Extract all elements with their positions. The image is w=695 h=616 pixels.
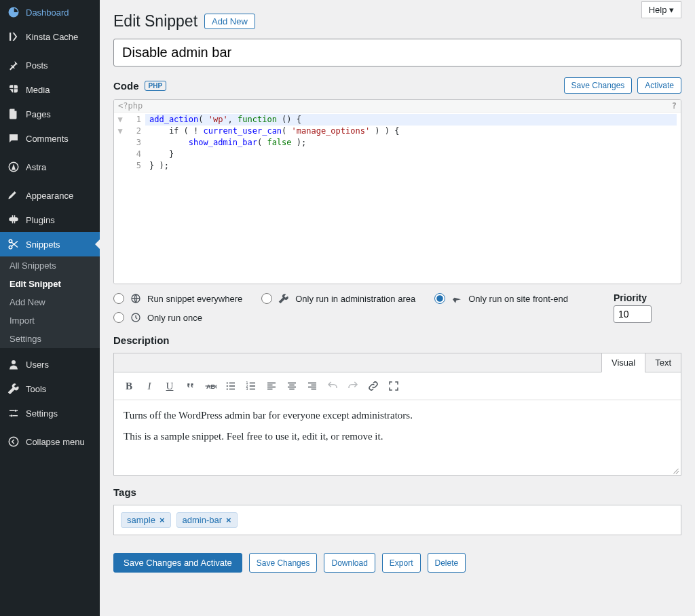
tag-remove-icon[interactable]: ×: [226, 515, 231, 525]
pin-icon: [7, 58, 20, 72]
astra-icon: [7, 160, 20, 174]
sidebar-item-collapse[interactable]: Collapse menu: [0, 429, 100, 454]
svg-text:3: 3: [246, 387, 248, 391]
numbered-list-button[interactable]: 123: [242, 377, 261, 396]
priority-label: Priority: [614, 292, 681, 303]
dashboard-icon: [7, 5, 20, 19]
sidebar-item-label: Astra: [26, 162, 46, 172]
pages-icon: [7, 107, 20, 121]
description-paragraph: Turns off the WordPress admin bar for ev…: [124, 410, 671, 421]
fullscreen-button[interactable]: [384, 377, 403, 396]
sidebar-item-admin-settings[interactable]: Settings: [0, 401, 100, 425]
tags-box[interactable]: sample × admin-bar ×: [113, 505, 681, 535]
svg-point-11: [227, 382, 228, 383]
snippet-title-input[interactable]: [113, 39, 681, 66]
admin-sidebar: Dashboard Kinsta Cache Posts Media Pages: [0, 0, 100, 616]
save-changes-button-top[interactable]: Save Changes: [564, 77, 633, 94]
scope-admin[interactable]: Only run in administration area: [261, 292, 415, 305]
globe-icon: [130, 292, 142, 305]
align-left-button[interactable]: [262, 377, 281, 396]
tag-remove-icon[interactable]: ×: [159, 515, 165, 525]
sidebar-item-label: Settings: [26, 408, 58, 419]
scissors-icon: [7, 237, 20, 251]
scope-label: Only run on site front-end: [468, 294, 568, 304]
align-center-button[interactable]: [282, 377, 301, 396]
sidebar-subitem-add-new[interactable]: Add New: [0, 293, 100, 311]
description-content[interactable]: Turns off the WordPress admin bar for ev…: [114, 400, 681, 475]
export-button[interactable]: Export: [382, 553, 421, 573]
underline-button[interactable]: U: [160, 377, 179, 396]
italic-button[interactable]: I: [140, 377, 159, 396]
download-button[interactable]: Download: [324, 553, 375, 573]
sidebar-item-label: Collapse menu: [26, 437, 85, 447]
tag-label: sample: [127, 515, 155, 525]
tag-pill[interactable]: admin-bar ×: [176, 512, 238, 528]
help-dropdown[interactable]: Help ▾: [641, 1, 681, 18]
save-activate-button[interactable]: Save Changes and Activate: [113, 553, 242, 573]
tags-heading: Tags: [113, 486, 136, 498]
align-right-button[interactable]: [303, 377, 322, 396]
sidebar-subitem-all-snippets[interactable]: All Snippets: [0, 256, 100, 275]
blockquote-button[interactable]: [181, 377, 200, 396]
scope-everywhere[interactable]: Run snippet everywhere: [113, 292, 242, 305]
undo-button[interactable]: [323, 377, 342, 396]
scope-label: Only run once: [147, 313, 202, 323]
scope-frontend[interactable]: Only run on site front-end: [434, 292, 568, 305]
sidebar-item-snippets[interactable]: Snippets: [0, 232, 100, 256]
resize-handle[interactable]: [671, 465, 679, 474]
tag-pill[interactable]: sample ×: [121, 512, 171, 528]
sidebar-item-comments[interactable]: Comments: [0, 126, 100, 151]
code-editor[interactable]: <?php ? ▼▼ 12345 add_action( 'wp', funct…: [113, 99, 681, 284]
sidebar-subitem-edit-snippet[interactable]: Edit Snippet: [0, 275, 100, 293]
php-badge: PHP: [145, 81, 167, 91]
sidebar-item-plugins[interactable]: Plugins: [0, 208, 100, 232]
sidebar-item-pages[interactable]: Pages: [0, 102, 100, 126]
code-content[interactable]: add_action( 'wp', function () { if ( ! c…: [145, 113, 681, 284]
sidebar-item-kinsta-cache[interactable]: Kinsta Cache: [0, 24, 100, 49]
scope-once[interactable]: Only run once: [113, 311, 600, 324]
wrench-icon: [7, 382, 20, 396]
wrench-icon: [278, 292, 290, 305]
sidebar-item-posts[interactable]: Posts: [0, 53, 100, 77]
sidebar-item-astra[interactable]: Astra: [0, 155, 100, 179]
svg-point-5: [11, 415, 13, 417]
tag-label: admin-bar: [183, 515, 223, 525]
sidebar-subitem-settings[interactable]: Settings: [0, 330, 100, 348]
sidebar-item-media[interactable]: Media: [0, 77, 100, 102]
bullet-list-button[interactable]: [221, 377, 240, 396]
bold-button[interactable]: B: [119, 377, 138, 396]
sidebar-item-dashboard[interactable]: Dashboard: [0, 0, 100, 24]
kinsta-icon: [7, 30, 20, 43]
save-changes-button[interactable]: Save Changes: [249, 553, 318, 573]
delete-button[interactable]: Delete: [428, 553, 466, 573]
sidebar-item-label: Plugins: [26, 215, 55, 225]
settings-icon: [7, 406, 20, 420]
svg-text:ABC: ABC: [206, 383, 217, 390]
sidebar-item-label: Users: [26, 360, 49, 370]
main-content: Help ▾ Edit Snippet Add New Code PHP Sav…: [100, 0, 695, 616]
redo-button[interactable]: [343, 377, 362, 396]
sidebar-subitem-import[interactable]: Import: [0, 311, 100, 330]
priority-input[interactable]: [614, 305, 652, 323]
link-button[interactable]: [364, 377, 383, 396]
svg-point-4: [15, 410, 17, 412]
add-new-button[interactable]: Add New: [204, 14, 255, 29]
description-editor: Visual Text B I U ABC 123: [113, 353, 681, 476]
php-open-tag: <?php: [118, 101, 143, 111]
strikethrough-button[interactable]: ABC: [201, 377, 220, 396]
media-icon: [7, 83, 20, 96]
sidebar-item-tools[interactable]: Tools: [0, 377, 100, 401]
sidebar-item-appearance[interactable]: Appearance: [0, 183, 100, 208]
code-heading: Code: [113, 80, 139, 92]
description-paragraph: This is a sample snippet. Feel free to u…: [124, 431, 671, 442]
sidebar-item-label: Snippets: [26, 239, 60, 250]
svg-point-12: [227, 385, 228, 387]
code-help-icon[interactable]: ?: [672, 101, 677, 111]
sidebar-item-users[interactable]: Users: [0, 352, 100, 377]
tab-visual[interactable]: Visual: [601, 353, 645, 372]
tab-text[interactable]: Text: [645, 353, 681, 372]
frontend-icon: [451, 292, 463, 305]
activate-button[interactable]: Activate: [637, 77, 681, 94]
sidebar-item-label: Comments: [26, 134, 69, 144]
collapse-icon: [7, 435, 20, 448]
